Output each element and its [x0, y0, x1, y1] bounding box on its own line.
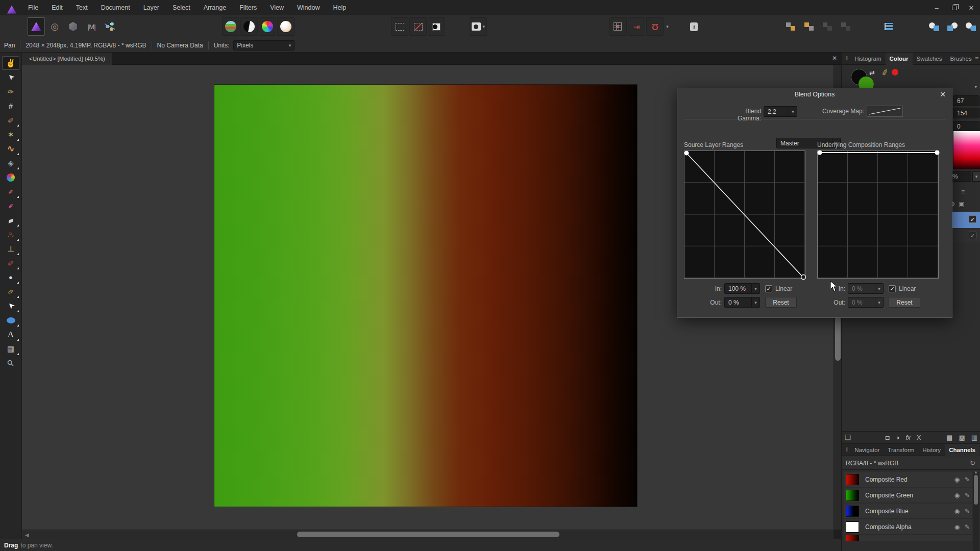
underlying-ranges-curve[interactable] — [817, 151, 939, 279]
opacity-dropdown-icon[interactable]: ▾ — [972, 171, 980, 182]
eye-icon[interactable]: ◉ — [952, 492, 962, 499]
channel-row-composite-green[interactable]: Composite Green ◉ ✎ — [844, 488, 972, 503]
tab-history[interactable]: History — [918, 444, 945, 456]
scroll-left-icon[interactable]: ◀ — [25, 532, 29, 538]
menu-select[interactable]: Select — [166, 0, 197, 15]
photo-persona-button[interactable] — [28, 17, 45, 36]
channel-row-composite-alpha[interactable]: Composite Alpha ◉ ✎ — [844, 519, 972, 535]
horizontal-scrollbar[interactable]: ◀ — [22, 530, 834, 539]
snapping-magnet-button[interactable]: Ω — [646, 17, 664, 36]
adjustment-layer-icon[interactable]: ◑ — [896, 434, 900, 441]
tab-swatches[interactable]: Swatches — [913, 53, 946, 65]
liquify-persona-button[interactable]: ◎ — [46, 17, 63, 36]
colour-replacement-brush-tool[interactable]: ✒ — [2, 199, 19, 213]
channels-scrollbar-thumb[interactable] — [974, 475, 978, 505]
node-tool[interactable]: ➤ — [2, 299, 19, 313]
colour-model-dropdown-icon[interactable]: ▾ — [974, 84, 977, 89]
layers-stack-icon[interactable]: ❏ — [845, 434, 851, 441]
smudge-tool[interactable]: ✏ — [2, 256, 19, 270]
snapping-move-button[interactable]: ⇥ — [628, 17, 645, 36]
menu-file[interactable]: File — [21, 0, 45, 15]
hardware-info-button[interactable]: i — [685, 17, 703, 36]
colour-value-r[interactable]: 67 — [953, 95, 979, 106]
freehand-select-tool[interactable]: ∿ — [2, 142, 19, 156]
flood-fill-tool[interactable]: ◈ — [2, 156, 19, 170]
boolean-divide-button[interactable] — [962, 17, 979, 36]
panel-grip[interactable]: ‖ — [846, 56, 848, 61]
dialog-close-icon[interactable]: ✕ — [940, 90, 946, 98]
boolean-subtract-button[interactable] — [944, 17, 961, 36]
move-tool[interactable]: ➤ — [2, 70, 19, 84]
alignment-button[interactable] — [880, 17, 897, 36]
menu-edit[interactable]: Edit — [45, 0, 69, 15]
source-out-dropdown[interactable]: 0 %▾ — [724, 297, 760, 308]
eye-icon[interactable]: ◉ — [952, 508, 962, 515]
menu-window[interactable]: Window — [290, 0, 326, 15]
source-in-dropdown[interactable]: 100 %▾ — [724, 283, 760, 294]
eyedropper-icon[interactable]: ✐ — [880, 67, 890, 79]
marquee-mode-button[interactable] — [391, 17, 408, 36]
tab-brushes[interactable]: Brushes — [946, 53, 975, 65]
pencil-icon[interactable]: ✎ — [962, 523, 972, 531]
develop-persona-button[interactable] — [64, 17, 82, 36]
channel-row-composite-red[interactable]: Composite Red ◉ ✎ — [844, 472, 972, 487]
horizontal-scrollbar-thumb[interactable] — [297, 532, 559, 537]
close-button[interactable]: ✕ — [963, 0, 980, 15]
tab-colour[interactable]: Colour — [886, 53, 913, 65]
reset-channels-icon[interactable]: ↻ — [970, 459, 975, 467]
menu-document[interactable]: Document — [94, 0, 137, 15]
source-ranges-curve[interactable] — [684, 151, 805, 279]
menu-help[interactable]: Help — [327, 0, 353, 15]
auto-colour-button[interactable] — [259, 17, 276, 36]
colour-value-g[interactable]: 154 — [953, 108, 979, 118]
tab-histogram[interactable]: Histogram — [850, 53, 885, 65]
live-filter-icon[interactable]: fx — [905, 434, 910, 441]
mask-layer-icon[interactable]: ◘ — [886, 434, 890, 441]
eye-icon[interactable]: ◉ — [952, 523, 962, 531]
sharpen-tool[interactable]: ✑ — [2, 285, 19, 298]
paint-brush-tool[interactable]: ✒ — [2, 185, 19, 198]
auto-white-balance-button[interactable] — [277, 17, 295, 36]
auto-contrast-button[interactable] — [240, 17, 258, 36]
zoom-tool[interactable]: ⚲ — [2, 356, 19, 370]
auto-levels-button[interactable] — [222, 17, 239, 36]
mesh-warp-tool[interactable]: ▦ — [2, 342, 19, 356]
shape-tool[interactable] — [2, 313, 19, 327]
layer-visibility-checkbox[interactable]: ✓ — [969, 215, 976, 223]
underlying-linear-checkbox[interactable]: ✓ — [889, 285, 896, 292]
subtract-mode-button[interactable] — [409, 17, 427, 36]
picked-colour-dot[interactable] — [892, 69, 898, 76]
pencil-icon[interactable]: ✎ — [962, 508, 972, 515]
tab-channels[interactable]: Channels — [945, 444, 979, 456]
layers-panel-menu-icon[interactable]: ≡ — [961, 188, 965, 195]
blend-ranges-icon[interactable]: ▩ — [959, 434, 965, 441]
menu-view[interactable]: View — [263, 0, 290, 15]
delete-layer-icon[interactable]: ▥ — [971, 434, 977, 441]
blur-tool[interactable]: ● — [2, 270, 19, 284]
group-layers-icon[interactable]: ▤ — [946, 434, 952, 441]
source-linear-checkbox[interactable]: ✓ — [765, 285, 772, 292]
snapping-grid-button[interactable] — [609, 17, 627, 36]
flood-select-tool[interactable]: ✶ — [2, 128, 19, 141]
move-to-front-button[interactable] — [782, 17, 799, 36]
menu-arrange[interactable]: Arrange — [197, 0, 233, 15]
swap-colours-icon[interactable]: ⇄ — [869, 69, 875, 77]
channel-row-composite-blue[interactable]: Composite Blue ◉ ✎ — [844, 504, 972, 519]
crop-tool[interactable]: # — [2, 99, 19, 113]
document-tab[interactable]: <Untitled> [Modified] (40.5%) — [22, 53, 112, 65]
layer-visibility-checkbox[interactable]: ✓ — [969, 232, 976, 239]
menu-text[interactable]: Text — [69, 0, 94, 15]
units-dropdown[interactable]: Pixels▾ — [233, 40, 295, 51]
source-reset-button[interactable]: Reset — [765, 297, 797, 308]
menu-filters[interactable]: Filters — [233, 0, 263, 15]
document-canvas[interactable] — [214, 85, 637, 507]
move-forward-button[interactable] — [800, 17, 818, 36]
gradient-tool[interactable] — [2, 170, 19, 184]
menu-layer[interactable]: Layer — [137, 0, 166, 15]
channels-scrollbar[interactable]: ▲ ▼ — [973, 472, 979, 551]
minimize-button[interactable]: – — [928, 0, 945, 15]
erase-tool[interactable]: ▰ — [2, 213, 19, 227]
panel-menu-icon[interactable]: ≡ — [975, 55, 978, 62]
scroll-up-icon[interactable]: ▲ — [974, 470, 978, 474]
assistant-button[interactable]: ▾ — [470, 17, 487, 36]
